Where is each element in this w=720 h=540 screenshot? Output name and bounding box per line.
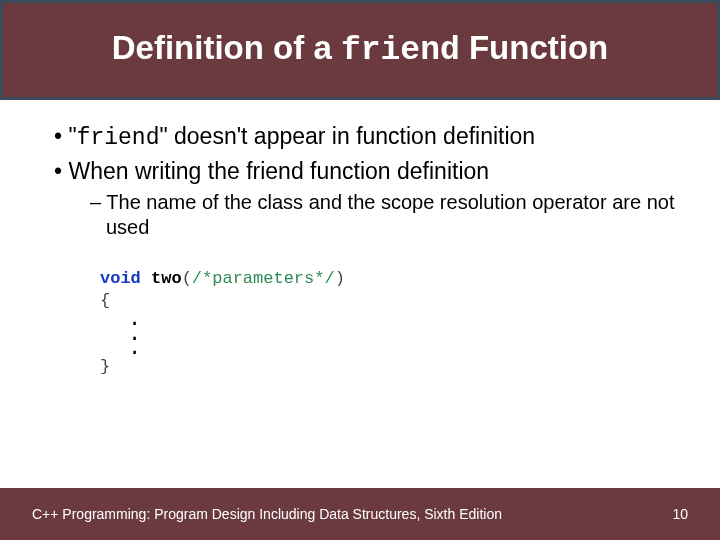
- code-line-1: void two(/*parameters*/): [100, 268, 690, 291]
- footer-band: C++ Programming: Program Design Includin…: [0, 488, 720, 540]
- bullet-2-sub: The name of the class and the scope reso…: [90, 190, 690, 240]
- bullet-2-text: When writing the friend function definit…: [68, 158, 489, 184]
- slide: Definition of a friend Function "friend"…: [0, 0, 720, 540]
- bullet-2: When writing the friend function definit…: [54, 157, 690, 186]
- slide-title: Definition of a friend Function: [112, 30, 608, 69]
- title-code: friend: [341, 32, 460, 69]
- title-text-pre: Definition of a: [112, 29, 341, 66]
- bullet-1-post: " doesn't appear in function definition: [159, 123, 535, 149]
- keyword-void: void: [100, 269, 141, 288]
- title-band: Definition of a friend Function: [0, 0, 720, 100]
- params-comment: /*parameters*/: [192, 269, 335, 288]
- footer-left: C++ Programming: Program Design Includin…: [32, 506, 502, 522]
- body-area: "friend" doesn't appear in function defi…: [0, 100, 720, 379]
- paren-open: (: [182, 269, 192, 288]
- brace-close: }: [100, 356, 690, 379]
- ellipsis-dot-2: .: [128, 328, 690, 342]
- bullet-1-code: friend: [77, 125, 160, 151]
- page-number: 10: [672, 506, 688, 522]
- bullet-1: "friend" doesn't appear in function defi…: [54, 122, 690, 153]
- function-name: two: [141, 269, 182, 288]
- title-text-post: Function: [460, 29, 608, 66]
- ellipsis-dot-3: .: [128, 342, 690, 356]
- code-example: void two(/*parameters*/) { . . . }: [100, 268, 690, 380]
- bullet-2-sub-text: The name of the class and the scope reso…: [106, 191, 674, 238]
- brace-open: {: [100, 290, 690, 313]
- paren-close: ): [335, 269, 345, 288]
- ellipsis-dot-1: .: [128, 313, 690, 327]
- bullet-1-pre: ": [68, 123, 76, 149]
